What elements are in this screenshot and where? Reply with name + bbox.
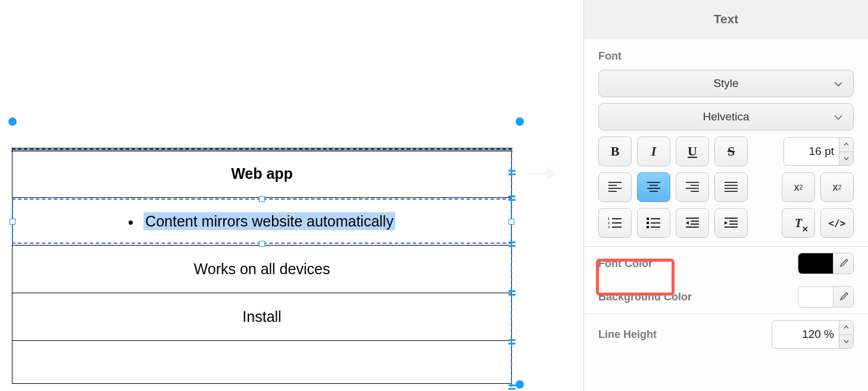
table-row-cell-empty[interactable] bbox=[13, 341, 512, 384]
font-size-value: 16 pt bbox=[784, 145, 839, 158]
svg-text:3: 3 bbox=[608, 225, 610, 229]
line-height-field[interactable]: 120 % bbox=[772, 320, 854, 349]
ordered-list-button[interactable]: 123 bbox=[598, 208, 632, 238]
eyedropper-icon[interactable] bbox=[833, 253, 853, 274]
row-handle-right[interactable] bbox=[508, 219, 514, 225]
svg-text:1: 1 bbox=[608, 217, 610, 221]
align-justify-button[interactable] bbox=[714, 172, 748, 202]
align-left-button[interactable] bbox=[598, 172, 632, 202]
row-resize-handle[interactable] bbox=[508, 290, 516, 297]
selection-handle-br[interactable] bbox=[516, 380, 524, 389]
underline-button[interactable]: U bbox=[676, 136, 709, 166]
svg-rect-22 bbox=[647, 218, 649, 220]
strikethrough-button[interactable]: S bbox=[714, 136, 748, 166]
align-right-button[interactable] bbox=[676, 172, 709, 202]
chevron-down-icon bbox=[834, 77, 842, 90]
step-down-icon[interactable] bbox=[839, 152, 853, 166]
svg-text:2: 2 bbox=[608, 221, 610, 225]
svg-rect-26 bbox=[647, 226, 649, 228]
font-color-control[interactable] bbox=[798, 253, 854, 274]
line-height-value: 120 % bbox=[772, 328, 839, 341]
font-size-stepper[interactable] bbox=[839, 138, 853, 165]
superscript-button[interactable]: x2 bbox=[820, 172, 854, 202]
bg-color-row: Background Color bbox=[584, 280, 868, 314]
table-row-cell-selected[interactable]: Content mirrors website automatically bbox=[13, 198, 512, 246]
connector-arrow-icon bbox=[527, 167, 556, 180]
table-header-cell[interactable]: Web app bbox=[13, 150, 512, 198]
table-row-text: Install bbox=[242, 308, 281, 325]
clear-format-button[interactable]: T✕ bbox=[782, 208, 815, 238]
align-center-button[interactable] bbox=[637, 172, 670, 202]
panel-title: Text bbox=[584, 0, 868, 38]
font-size-field[interactable]: 16 pt bbox=[783, 137, 854, 166]
bold-button[interactable]: B bbox=[598, 136, 632, 166]
line-height-stepper[interactable] bbox=[839, 321, 853, 348]
indent-button[interactable] bbox=[714, 208, 748, 238]
font-color-label: Font Color bbox=[598, 257, 652, 270]
subscript-button[interactable]: x2 bbox=[782, 172, 815, 202]
row-handle-top[interactable] bbox=[259, 196, 265, 202]
font-color-row: Font Color bbox=[584, 247, 868, 280]
style-dropdown-label: Style bbox=[713, 77, 738, 90]
line-height-label: Line Height bbox=[598, 328, 657, 341]
row-resize-handle[interactable] bbox=[508, 169, 516, 176]
table-shape[interactable]: Web app Content mirrors website automati… bbox=[12, 148, 512, 384]
table-row-cell[interactable]: Works on all devices bbox=[13, 246, 512, 293]
line-height-row: Line Height 120 % bbox=[584, 314, 868, 355]
selection-handle-tl[interactable] bbox=[8, 117, 17, 126]
font-section: Font Style Helvetica B I U S 16 pt bbox=[584, 38, 868, 247]
row-resize-handle[interactable] bbox=[508, 241, 516, 248]
font-color-swatch[interactable] bbox=[798, 253, 833, 274]
bg-color-control[interactable] bbox=[798, 286, 854, 308]
bg-color-swatch[interactable] bbox=[798, 287, 833, 307]
row-handle-bottom[interactable] bbox=[259, 241, 265, 247]
outdent-button[interactable] bbox=[676, 208, 709, 238]
table-row-text: Works on all devices bbox=[194, 260, 330, 277]
selection-handle-tr[interactable] bbox=[516, 117, 524, 126]
row-resize-handle[interactable] bbox=[508, 195, 516, 202]
row-resize-handle[interactable] bbox=[508, 339, 516, 346]
italic-button[interactable]: I bbox=[637, 136, 670, 166]
bullet-list-button[interactable] bbox=[637, 208, 670, 238]
row-resize-handle[interactable] bbox=[508, 384, 516, 391]
canvas[interactable]: Web app Content mirrors website automati… bbox=[0, 0, 583, 391]
eyedropper-icon[interactable] bbox=[833, 287, 853, 307]
row-handle-left[interactable] bbox=[10, 219, 15, 225]
bg-color-label: Background Color bbox=[598, 291, 692, 303]
inspector-panel: Text Font Style Helvetica B I U S 16 pt bbox=[583, 0, 868, 391]
chevron-down-icon bbox=[834, 110, 842, 123]
bullet-icon bbox=[129, 221, 133, 225]
table-row-text[interactable]: Content mirrors website automatically bbox=[143, 212, 395, 230]
table-row-cell[interactable]: Install bbox=[13, 293, 512, 341]
step-down-icon[interactable] bbox=[839, 335, 853, 349]
font-family-dropdown[interactable]: Helvetica bbox=[598, 103, 854, 131]
step-up-icon[interactable] bbox=[839, 321, 853, 335]
svg-rect-24 bbox=[647, 222, 649, 224]
html-button[interactable]: </> bbox=[820, 208, 854, 238]
style-dropdown[interactable]: Style bbox=[598, 70, 854, 97]
step-up-icon[interactable] bbox=[839, 138, 853, 152]
font-family-label: Helvetica bbox=[702, 110, 749, 123]
font-section-label: Font bbox=[598, 50, 854, 63]
